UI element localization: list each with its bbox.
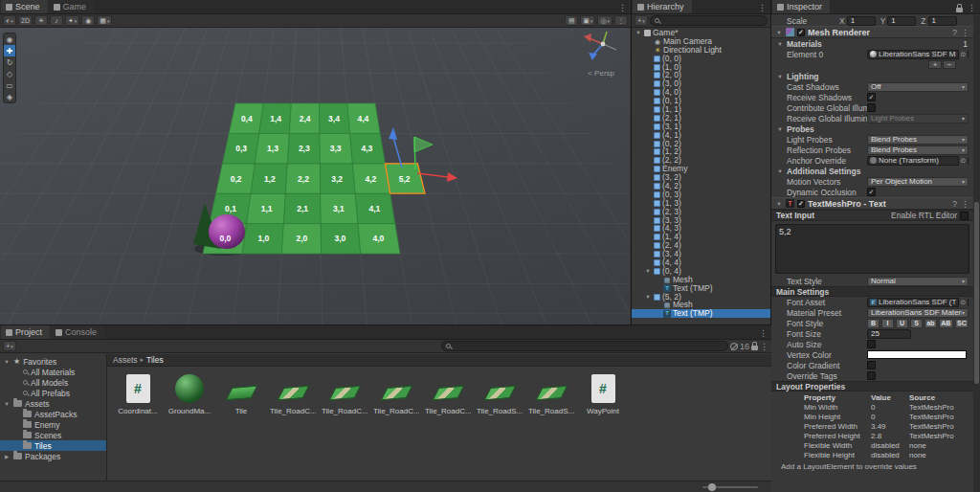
remove-material-button[interactable]: −	[943, 60, 956, 69]
object-picker-icon[interactable]: ⊙	[958, 50, 968, 59]
hierarchy-item[interactable]: (4, 4)	[632, 258, 770, 267]
hierarchy-item[interactable]: (0, 2)	[632, 140, 770, 148]
project-tree-item-all-materials[interactable]: All Materials	[0, 367, 106, 377]
help-icon[interactable]: ?	[952, 199, 957, 209]
hierarchy-item[interactable]: (3, 1)	[632, 123, 770, 131]
font-style-ab-button[interactable]: ab	[924, 319, 937, 328]
project-tree-item-scenes[interactable]: Scenes	[0, 430, 106, 440]
menu-dots-icon[interactable]: ⋮	[961, 28, 969, 37]
project-tree-item-favorites[interactable]: ▼★Favorites	[0, 356, 106, 367]
contribute-global-illumi-checkbox[interactable]	[867, 103, 876, 112]
probes-foldout[interactable]: ▼ Probes	[771, 123, 973, 134]
menu-dots-icon[interactable]: ⋮	[961, 199, 969, 209]
asset-item-tile-roadc[interactable]: Tile_RoadC...	[373, 372, 419, 415]
effects-button[interactable]: ✦▾	[65, 15, 79, 26]
receive-global-illumina-dropdown[interactable]: Light Probes▾	[867, 114, 969, 123]
render-stats-button[interactable]: ▤	[565, 15, 578, 26]
project-tree-item-assetpacks[interactable]: AssetPacks	[0, 409, 106, 419]
scrollbar-thumb[interactable]	[974, 202, 979, 384]
motion-vectors-dropdown[interactable]: Per Object Motion▾	[867, 177, 969, 187]
asset-item-tile-roadc[interactable]: Tile_RoadC...	[425, 372, 471, 415]
project-tree-item-packages[interactable]: ▶Packages	[0, 451, 106, 461]
scale-z-field[interactable]: 1	[928, 16, 957, 26]
persp-toggle[interactable]: < Persp	[588, 69, 614, 78]
tab-hierarchy[interactable]: Hierarchy	[633, 0, 692, 13]
hierarchy-item[interactable]: (3, 4)	[632, 250, 770, 258]
foldout-arrow[interactable]: ▼	[644, 293, 652, 302]
inspector-scrollbar[interactable]	[973, 15, 980, 492]
asset-item-tile-roads[interactable]: Tile_RoadS...	[477, 372, 523, 415]
hierarchy-item[interactable]: TText (TMP)	[632, 309, 770, 318]
rotate-tool[interactable]: ↻	[4, 56, 15, 68]
foldout-arrow[interactable]: ▼	[3, 401, 11, 407]
scale-x-field[interactable]: 1	[847, 16, 876, 26]
auto-size-checkbox[interactable]	[867, 340, 876, 348]
asset-item-tile-roads[interactable]: Tile_RoadS...	[528, 372, 574, 415]
slider-thumb[interactable]	[708, 483, 716, 491]
lock-icon[interactable]	[751, 346, 758, 350]
light-probes-dropdown[interactable]: Blend Probes▾	[867, 135, 969, 145]
hierarchy-item[interactable]: (2, 3)	[632, 208, 770, 216]
element-0-object-field[interactable]: LiberationSans SDF Material⊙	[867, 50, 969, 59]
hierarchy-item[interactable]: (2, 2)	[632, 156, 770, 165]
hierarchy-item[interactable]: (2, 1)	[632, 114, 770, 123]
transform-tool[interactable]: ◈	[4, 91, 15, 102]
hierarchy-item[interactable]: (4, 3)	[632, 224, 770, 233]
shading-mode-button[interactable]: ◐▾	[3, 15, 16, 26]
project-tree-item-all-prefabs[interactable]: All Prefabs	[0, 388, 106, 398]
player-sphere[interactable]	[209, 214, 245, 249]
menu-dots-icon[interactable]: ⋮	[968, 3, 976, 12]
color-gradient-checkbox[interactable]	[867, 361, 876, 369]
hierarchy-item[interactable]: (1, 1)	[632, 105, 770, 114]
foldout-arrow[interactable]: ▼	[3, 359, 11, 365]
2d-view-button[interactable]: 2D	[18, 15, 33, 26]
rtl-editor-checkbox[interactable]	[960, 212, 969, 220]
text-style-dropdown[interactable]: Normal ▾	[867, 277, 969, 286]
reflection-probes-dropdown[interactable]: Blend Probes▾	[867, 145, 969, 155]
project-tree-item-all-models[interactable]: All Models	[0, 377, 106, 388]
font-size-field[interactable]: 25	[867, 329, 911, 339]
scale-tool[interactable]: ◇	[4, 68, 15, 79]
font-style-s-button[interactable]: S	[910, 319, 923, 328]
hierarchy-item[interactable]: (2, 0)	[632, 71, 770, 79]
tab-inspector[interactable]: Inspector	[772, 0, 830, 13]
axis-z-cone[interactable]	[589, 53, 597, 60]
mesh-renderer-header[interactable]: ▼ ✓ Mesh Renderer ?⋮	[771, 26, 973, 38]
hierarchy-item[interactable]: (4, 1)	[632, 131, 770, 140]
hierarchy-item[interactable]: TText (TMP)	[632, 284, 770, 293]
menu-dots-icon[interactable]: ⋮	[618, 3, 627, 12]
grid-visibility-button[interactable]: ▦▾	[97, 15, 112, 26]
scene-lighting-button[interactable]: ☀	[34, 15, 48, 26]
scene-visibility-button[interactable]: ◉	[81, 15, 95, 26]
menu-dots-icon[interactable]: ⋮	[759, 328, 768, 338]
hierarchy-item[interactable]: (3, 0)	[632, 79, 770, 88]
layout-properties-bar[interactable]: Layout Properties	[771, 381, 973, 391]
font-style-sc-button[interactable]: SC	[955, 319, 969, 328]
menu-dots-icon[interactable]: ⋮	[758, 3, 767, 12]
hierarchy-item[interactable]: ☀Directional Light	[632, 46, 770, 55]
lighting-foldout[interactable]: ▼ Lighting	[771, 71, 973, 81]
help-icon[interactable]: ?	[952, 28, 957, 37]
asset-item-groundma[interactable]: GroundMa...	[167, 372, 212, 415]
dynamic-occlusion-checkbox[interactable]: ✓	[867, 188, 876, 196]
tmp-enabled-checkbox[interactable]: ✓	[797, 200, 805, 208]
view-tab-game[interactable]: Game	[49, 0, 95, 13]
foldout-arrow[interactable]: ▼	[635, 29, 642, 37]
hierarchy-item[interactable]: (1, 2)	[632, 147, 770, 156]
rect-tool[interactable]: ▭	[4, 79, 15, 91]
hierarchy-item[interactable]: ▼(5, 2)	[632, 293, 770, 302]
mesh-renderer-enabled-checkbox[interactable]: ✓	[797, 29, 805, 36]
foldout-arrow[interactable]: ▼	[775, 201, 783, 207]
hierarchy-item[interactable]: (3, 3)	[632, 216, 770, 225]
hidden-packages-icon[interactable]	[730, 343, 738, 350]
scene-viewport[interactable]: 0,41,42,43,44,40,31,32,33,34,30,21,22,23…	[0, 28, 630, 325]
scene-audio-button[interactable]: ♪	[50, 15, 63, 26]
scale-y-field[interactable]: 1	[887, 16, 916, 26]
material-preset-dropdown[interactable]: LiberationSans SDF Material▾	[867, 308, 969, 318]
bottom-tab-console[interactable]: Console	[51, 325, 104, 339]
gizmos-button[interactable]: ◎▾	[597, 15, 612, 26]
hierarchy-item[interactable]: (2, 4)	[632, 241, 770, 250]
font-style-i-button[interactable]: I	[881, 319, 894, 328]
asset-item-waypoint[interactable]: #WayPoint	[580, 372, 626, 415]
hierarchy-item[interactable]: (1, 0)	[632, 63, 770, 72]
